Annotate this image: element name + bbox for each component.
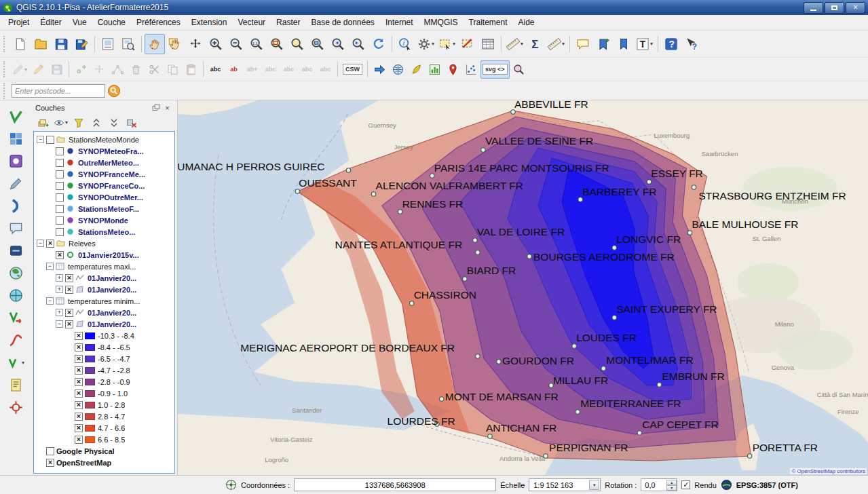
geocode-plugin-button[interactable] xyxy=(444,60,462,79)
menu-item-4[interactable]: Préférences xyxy=(131,16,186,29)
zoom-in-button[interactable] xyxy=(206,34,226,54)
menu-item-9[interactable]: Internet xyxy=(380,16,419,29)
station-marker[interactable] xyxy=(473,238,477,242)
mask-plugin-button[interactable] xyxy=(3,151,28,172)
layer-visibility-checkbox[interactable]: × xyxy=(65,309,73,317)
layer-label[interactable]: SYNOPFranceCo... xyxy=(78,182,145,190)
menu-item-10[interactable]: MMQGIS xyxy=(419,16,464,29)
render-checkbox[interactable]: ✓ xyxy=(681,480,690,489)
station-marker[interactable] xyxy=(578,197,582,202)
layer-label[interactable]: -8.4 - -6.5 xyxy=(98,343,130,352)
layer-visibility-checkbox[interactable] xyxy=(56,170,64,178)
menu-item-7[interactable]: Raster xyxy=(271,16,305,29)
zoom-next-button[interactable] xyxy=(348,34,369,54)
layer-label[interactable]: -0.9 - 1.0 xyxy=(98,390,128,398)
zoom-full-button[interactable] xyxy=(267,34,287,54)
layer-visibility-checkbox[interactable] xyxy=(46,136,54,144)
station-marker[interactable] xyxy=(637,431,641,435)
layer-visibility-checkbox[interactable]: × xyxy=(75,355,83,363)
layer-label[interactable]: 1.0 - 2.8 xyxy=(98,401,125,409)
quick-notes-button[interactable] xyxy=(3,375,28,396)
scatter-plugin-button[interactable] xyxy=(462,60,480,79)
layer-visibility-checkbox[interactable]: × xyxy=(75,424,83,432)
layer-label[interactable]: Releves xyxy=(69,240,96,248)
station-marker[interactable] xyxy=(371,192,375,196)
layer-label[interactable]: -10.3 - -8.4 xyxy=(98,332,134,340)
zoom-to-layer-button[interactable] xyxy=(307,34,328,54)
layer-label[interactable]: 01Janvier20... xyxy=(88,286,136,294)
layer-visibility-checkbox[interactable]: × xyxy=(75,390,83,398)
remove-layer-button[interactable] xyxy=(123,115,140,130)
station-marker[interactable] xyxy=(687,231,692,235)
layer-visibility-checkbox[interactable] xyxy=(56,193,64,202)
dropdown-arrow-icon[interactable]: ▾ xyxy=(65,119,68,126)
save-project-button[interactable] xyxy=(51,34,71,54)
station-marker[interactable] xyxy=(430,174,434,178)
layer-visibility-checkbox[interactable]: × xyxy=(46,459,54,467)
station-marker[interactable] xyxy=(440,397,444,401)
dropdown-arrow-icon[interactable]: ▾ xyxy=(432,41,434,47)
coordinate-capture-button[interactable] xyxy=(3,397,28,418)
new-composer-button[interactable] xyxy=(98,34,118,54)
postcode-input[interactable] xyxy=(12,84,105,98)
collapse-expander-icon[interactable]: − xyxy=(37,136,44,143)
minimize-button[interactable] xyxy=(804,2,823,14)
text-annotation-button[interactable]: T▾ xyxy=(634,34,655,54)
coordinate-display-icon[interactable] xyxy=(225,479,237,491)
whats-this-button[interactable]: ? xyxy=(681,34,702,54)
station-marker[interactable] xyxy=(544,454,548,458)
dropdown-arrow-icon[interactable]: ▾ xyxy=(650,41,653,47)
layer-label[interactable]: SYNOPFranceMe... xyxy=(78,170,145,178)
show-bookmarks-button[interactable] xyxy=(614,34,634,54)
spin-down-icon[interactable]: ▾ xyxy=(666,485,677,491)
layer-label[interactable]: -6.5 - -4.7 xyxy=(98,355,130,363)
layer-label[interactable]: -2.8 - -0.9 xyxy=(98,378,130,386)
layer-visibility-checkbox[interactable]: × xyxy=(75,401,83,409)
open-project-button[interactable] xyxy=(31,34,51,54)
layer-label[interactable]: 01Janvier20... xyxy=(88,320,136,328)
select-features-button[interactable]: ▾ xyxy=(436,34,457,54)
layer-visibility-checkbox[interactable]: × xyxy=(75,366,83,375)
menu-item-5[interactable]: Extension xyxy=(186,16,233,29)
layer-visibility-checkbox[interactable] xyxy=(56,159,64,167)
menu-item-2[interactable]: Vue xyxy=(67,16,92,29)
layer-label[interactable]: temperatures minim... xyxy=(68,297,140,305)
menu-item-12[interactable]: Aide xyxy=(512,16,540,29)
layer-visibility-checkbox[interactable] xyxy=(46,447,54,455)
offset-curve-plugin-button[interactable] xyxy=(371,60,389,79)
station-marker[interactable] xyxy=(575,410,580,414)
refresh-map-button[interactable] xyxy=(369,34,389,54)
station-marker[interactable] xyxy=(497,360,501,364)
menu-item-3[interactable]: Couche xyxy=(92,16,131,29)
station-marker[interactable] xyxy=(601,366,605,370)
layer-visibility-checkbox[interactable] xyxy=(56,216,64,225)
layer-label[interactable]: Google Physical xyxy=(56,447,115,455)
station-marker[interactable] xyxy=(572,344,576,348)
layer-visibility-checkbox[interactable] xyxy=(56,147,64,155)
deselect-features-button[interactable] xyxy=(457,34,478,54)
expand-expander-icon[interactable]: + xyxy=(56,274,63,282)
layer-label[interactable]: StationsMeteoF... xyxy=(78,205,139,213)
run-feature-action-button[interactable]: ▾ xyxy=(415,34,436,54)
new-project-button[interactable] xyxy=(10,34,31,54)
station-marker[interactable] xyxy=(463,277,467,281)
station-marker[interactable] xyxy=(747,454,751,458)
identify-features-button[interactable]: i xyxy=(395,34,415,54)
dropdown-arrow-icon[interactable]: ▾ xyxy=(562,41,565,47)
spin-up-icon[interactable]: ▴ xyxy=(666,480,677,485)
crs-icon[interactable] xyxy=(721,479,732,491)
filter-legend-button[interactable] xyxy=(70,115,87,130)
layer-label[interactable]: 01Janvier20... xyxy=(88,274,136,282)
move-item-button[interactable] xyxy=(185,34,206,54)
measure-button[interactable]: ▾ xyxy=(504,34,525,54)
interpolation-button[interactable] xyxy=(3,330,28,351)
measure-angle-button[interactable]: ▾ xyxy=(546,34,567,54)
toolbar-grip[interactable] xyxy=(3,36,7,52)
zoom-to-feature-button[interactable] xyxy=(510,60,528,79)
layer-visibility-checkbox[interactable]: × xyxy=(75,332,83,340)
layer-visibility-checkbox[interactable]: × xyxy=(46,240,54,248)
dropdown-arrow-icon[interactable]: ▾ xyxy=(453,41,455,47)
layer-visibility-checkbox[interactable] xyxy=(56,182,64,190)
feather-plugin-button[interactable] xyxy=(407,60,426,79)
stats-plugin-button[interactable] xyxy=(426,60,444,79)
